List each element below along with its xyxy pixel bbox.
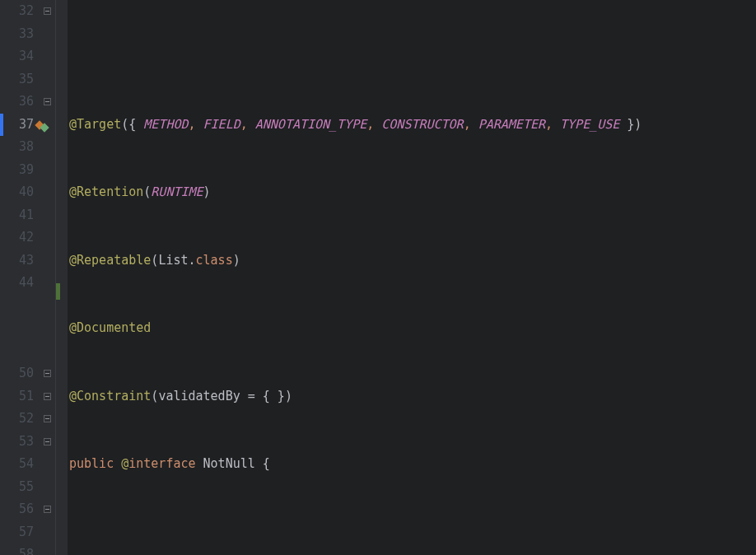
line-number[interactable]: 38 xyxy=(0,136,34,159)
line-number[interactable]: 33 xyxy=(0,23,34,46)
line-number[interactable]: 40 xyxy=(0,181,34,204)
line-number[interactable]: 58 xyxy=(0,543,34,555)
fold-column[interactable] xyxy=(40,0,55,555)
line-number[interactable]: 35 xyxy=(0,68,34,91)
code-line: @Repeatable(List.class) xyxy=(69,250,756,273)
code-line: @Retention(RUNTIME) xyxy=(69,181,756,204)
line-number[interactable]: 57 xyxy=(0,521,34,544)
code-line xyxy=(69,521,756,544)
fold-toggle-icon[interactable] xyxy=(44,98,51,105)
line-number[interactable]: 32 xyxy=(0,0,34,23)
line-number[interactable] xyxy=(0,317,34,340)
line-number[interactable]: 50 xyxy=(0,362,34,385)
fold-toggle-icon[interactable] xyxy=(44,7,51,15)
fold-toggle-icon[interactable] xyxy=(44,506,51,513)
gutter-implements-icon[interactable] xyxy=(36,120,49,132)
code-line: public @interface NotNull { xyxy=(69,453,756,476)
line-number[interactable]: 53 xyxy=(0,431,34,454)
editor-area[interactable]: @Target({ METHOD, FIELD, ANNOTATION_TYPE… xyxy=(56,0,756,555)
gutter: 3233343536373839404142434450515253545556… xyxy=(0,0,56,555)
line-number[interactable]: 42 xyxy=(0,226,34,250)
code-line: @Constraint(validatedBy = { }) xyxy=(69,385,756,408)
fold-toggle-icon[interactable] xyxy=(44,415,51,422)
code-line: @Documented xyxy=(69,317,756,340)
fold-toggle-icon[interactable] xyxy=(44,393,51,400)
fold-toggle-icon[interactable] xyxy=(44,370,51,377)
line-number[interactable]: 43 xyxy=(0,250,34,273)
line-number[interactable]: 37 xyxy=(0,114,34,137)
line-number[interactable]: 44 xyxy=(0,272,34,295)
line-number[interactable]: 56 xyxy=(0,498,34,521)
line-number[interactable]: 54 xyxy=(0,453,34,476)
line-number[interactable] xyxy=(0,340,34,363)
vcs-change-marker[interactable] xyxy=(56,283,60,300)
line-number[interactable]: 39 xyxy=(0,159,34,182)
line-number[interactable]: 41 xyxy=(0,204,34,227)
line-number[interactable]: 55 xyxy=(0,476,34,499)
line-number[interactable]: 34 xyxy=(0,45,34,68)
code-line: @Target({ METHOD, FIELD, ANNOTATION_TYPE… xyxy=(69,114,756,137)
line-number[interactable]: 51 xyxy=(0,385,34,408)
line-number[interactable]: 52 xyxy=(0,408,34,431)
editor-left-strip xyxy=(56,0,68,555)
fold-toggle-icon[interactable] xyxy=(44,438,51,445)
line-number[interactable] xyxy=(0,295,34,318)
line-number[interactable]: 36 xyxy=(0,91,34,114)
